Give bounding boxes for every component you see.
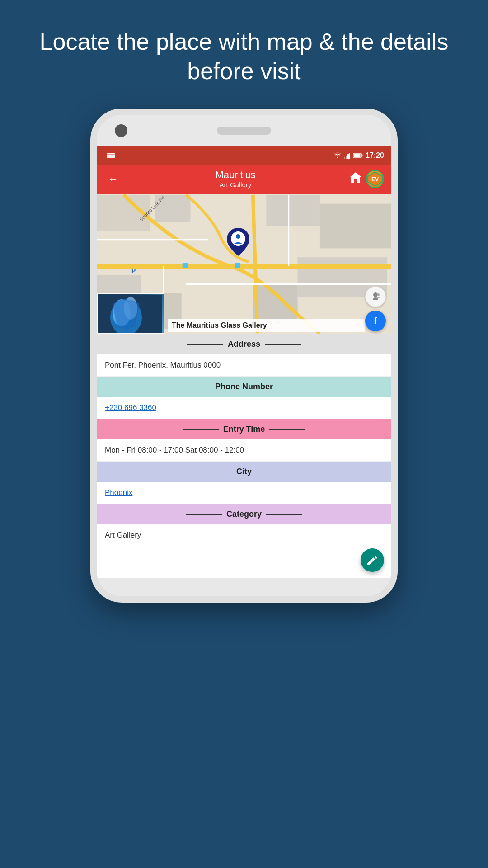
wifi-icon — [334, 152, 341, 159]
line-left-phone — [174, 387, 211, 387]
info-container: Address Pont Fer, Phoenix, Mauritius 000… — [97, 334, 391, 578]
edit-fab[interactable] — [361, 548, 384, 572]
line-right-entry — [269, 429, 305, 430]
svg-rect-8 — [354, 154, 361, 157]
map-view[interactable]: Sodrac Link Rd A-10 P — [97, 194, 391, 334]
svg-text:EV: EV — [371, 176, 379, 183]
phone-label: Phone Number — [215, 382, 273, 392]
map-pin — [227, 228, 249, 258]
battery-icon — [353, 153, 363, 158]
city-section: City Phoenix — [97, 462, 391, 504]
streetview-button[interactable] — [365, 286, 386, 307]
status-time: 17:20 — [366, 151, 384, 160]
svg-text:P: P — [131, 267, 136, 274]
ev-badge[interactable]: EV — [366, 170, 384, 188]
edit-icon — [366, 554, 379, 566]
svg-rect-0 — [107, 153, 115, 158]
phone-link[interactable]: +230 696 3360 — [105, 403, 156, 412]
phone-value[interactable]: +230 696 3360 — [97, 397, 391, 419]
entry-time-label: Entry Time — [223, 425, 265, 434]
entry-time-header: Entry Time — [97, 419, 391, 439]
svg-rect-3 — [346, 156, 347, 159]
app-bar-title: Mauritius Art Gallery — [127, 169, 343, 189]
entry-time-value: Mon - Fri 08:00 - 17:00 Sat 08:00 - 12:0… — [97, 439, 391, 461]
svg-rect-4 — [347, 154, 349, 159]
hero-text: Locate the place with map & the details … — [0, 0, 488, 108]
line-right — [265, 344, 301, 345]
signal-icon — [344, 152, 350, 159]
svg-rect-22 — [183, 263, 188, 268]
line-right-city — [256, 472, 292, 472]
svg-rect-17 — [253, 284, 298, 320]
phone-header: Phone Number — [97, 377, 391, 397]
address-value: Pont Fer, Phoenix, Mauritius 0000 — [97, 354, 391, 376]
back-button[interactable]: ← — [104, 171, 122, 187]
line-left-category — [186, 514, 222, 515]
svg-point-26 — [236, 234, 240, 239]
status-bar: 17:20 — [97, 146, 391, 165]
line-right-category — [266, 514, 302, 515]
phone-notch — [97, 115, 391, 146]
category-label: Category — [226, 509, 262, 519]
notification-icon — [107, 152, 116, 159]
phone-screen: 17:20 ← Mauritius Art Gallery EV — [97, 146, 391, 578]
line-right-phone — [277, 387, 314, 387]
address-header: Address — [97, 334, 391, 354]
svg-rect-15 — [320, 204, 391, 249]
city-link[interactable]: Phoenix — [105, 488, 132, 497]
phone-bottom — [97, 578, 391, 596]
status-icons: 17:20 — [334, 151, 384, 160]
svg-rect-23 — [235, 263, 240, 268]
city-value[interactable]: Phoenix — [97, 482, 391, 504]
svg-rect-2 — [344, 157, 345, 159]
line-left — [187, 344, 223, 345]
category-value: Art Gallery — [97, 524, 391, 546]
app-subtitle: Art Gallery — [127, 181, 343, 189]
svg-rect-7 — [362, 155, 363, 157]
place-thumbnail — [97, 293, 164, 334]
address-label: Address — [228, 340, 260, 349]
app-title: Mauritius — [127, 169, 343, 181]
entry-time-section: Entry Time Mon - Fri 08:00 - 17:00 Sat 0… — [97, 419, 391, 462]
category-section: Category Art Gallery — [97, 504, 391, 578]
svg-rect-5 — [349, 153, 350, 159]
app-bar-icons: EV — [349, 170, 384, 188]
line-left-city — [196, 472, 232, 472]
phone-section: Phone Number +230 696 3360 — [97, 377, 391, 419]
category-header: Category — [97, 504, 391, 524]
home-icon[interactable] — [349, 171, 362, 187]
speaker-grille — [217, 127, 271, 135]
svg-rect-14 — [266, 195, 320, 226]
line-left-entry — [183, 429, 219, 430]
phone-frame: 17:20 ← Mauritius Art Gallery EV — [90, 108, 398, 603]
facebook-button[interactable]: f — [365, 311, 386, 331]
app-bar: ← Mauritius Art Gallery EV — [97, 165, 391, 194]
camera-dot — [115, 124, 127, 137]
city-header: City — [97, 462, 391, 482]
city-label: City — [236, 467, 252, 476]
address-section: Address Pont Fer, Phoenix, Mauritius 000… — [97, 334, 391, 377]
svg-point-32 — [377, 293, 380, 296]
place-name-label: The Mauritius Glass Gallery — [168, 319, 365, 332]
